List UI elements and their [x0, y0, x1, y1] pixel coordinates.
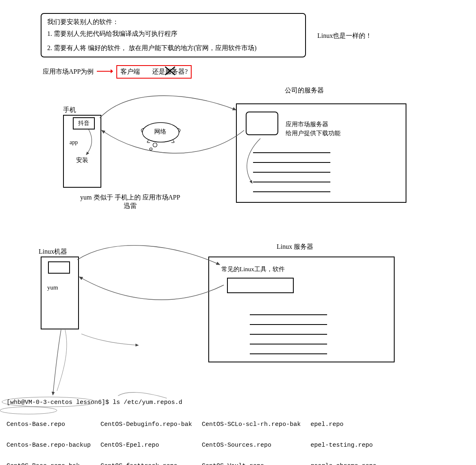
- phone-label: 手机: [63, 106, 76, 114]
- side-note: Linux也是一样的！: [317, 32, 372, 40]
- term-col2: CentOS-Debuginfo.repo-bak CentOS-Epel.re…: [100, 407, 192, 465]
- server-desc2: 给用户提供下载功能: [286, 129, 341, 137]
- client-text: 客户端: [120, 68, 140, 76]
- intro-title: 我们要安装别人的软件：: [47, 18, 299, 26]
- phone-box: 抖音 app 安装: [63, 115, 101, 188]
- linux-server-title: Linux 服务器: [277, 243, 313, 251]
- server-box-top: 应用市场服务器 给用户提供下载功能: [236, 103, 406, 203]
- example-row: 应用市场APP为例 客户端 还是服务器?: [43, 65, 192, 79]
- file: epel-testing.repo: [310, 442, 409, 449]
- file: CentOS-fasttrack.repo: [100, 463, 192, 465]
- file: Centos-Base.repo-backup: [7, 442, 91, 449]
- network-label: 网络: [154, 128, 166, 136]
- content-line: [253, 162, 330, 163]
- app-tile: 抖音: [73, 117, 95, 129]
- content-line: [253, 191, 330, 192]
- file: CentOS-Debuginfo.repo-bak: [100, 421, 192, 428]
- linux-client-box: yum: [41, 257, 79, 329]
- server-title-top: 公司的服务器: [285, 86, 324, 95]
- svg-point-6: [150, 148, 152, 150]
- linux-client-label: Linux机器: [39, 248, 67, 256]
- svg-point-5: [153, 143, 157, 147]
- footer-line2: 迅雷: [65, 202, 195, 211]
- linux-server-text: 常见的Linux工具，软件: [221, 265, 285, 273]
- file: CentOS-Sources.repo: [202, 442, 301, 449]
- install-text: 安装: [76, 156, 88, 164]
- cross-icon: [164, 66, 177, 77]
- file: Centos-Base.repo: [7, 421, 91, 428]
- intro-item1: 1. 需要别人先把代码给我编译成为可执行程序: [47, 30, 299, 38]
- network-cloud: 网络: [136, 118, 185, 152]
- linux-server-box: 常见的Linux工具，软件: [208, 257, 395, 362]
- or-server-text: 还是服务器?: [152, 68, 188, 76]
- example-label: 应用市场APP为例: [43, 68, 94, 76]
- intro-item2: 2. 需要有人将 编好的软件， 放在用户能下载的地方(官网，应用软件市场): [47, 44, 299, 53]
- file: CentOS-Base.repo_bak: [7, 463, 91, 465]
- arrow-right-icon: [97, 68, 113, 76]
- intro-box: 我们要安装别人的软件： 1. 需要别人先把代码给我编译成为可执行程序 2. 需要…: [41, 13, 306, 57]
- term-col1: Centos-Base.repo Centos-Base.repo-backup…: [7, 407, 91, 465]
- content-line: [250, 334, 327, 335]
- file: CentOS-SCLo-scl-rh.repo-bak: [202, 421, 301, 428]
- linux-app-tile: [48, 261, 70, 274]
- term-col4: epel.repo epel-testing.repo google-chrom…: [310, 407, 409, 465]
- svg-marker-1: [111, 69, 113, 73]
- linux-inner-box: [227, 278, 294, 293]
- server-inner-icon: [246, 112, 278, 135]
- content-line: [253, 182, 330, 182]
- yum-label: yum: [47, 284, 58, 291]
- file: CentOS-Vault.repo: [202, 463, 301, 465]
- content-line: [253, 172, 330, 173]
- content-line: [253, 152, 330, 153]
- server-desc1: 应用市场服务器: [286, 121, 328, 128]
- analogy-footer: yum 类似于 手机上的 应用市场APP 迅雷: [65, 193, 195, 211]
- app-text: app: [70, 139, 78, 146]
- red-question-box: 客户端 还是服务器?: [116, 65, 192, 79]
- file: google-chrome.repo: [310, 463, 409, 465]
- footer-line1: yum 类似于 手机上的 应用市场APP: [65, 193, 195, 202]
- content-line: [250, 353, 327, 354]
- file: epel.repo: [310, 421, 409, 428]
- terminal-output: Centos-Base.repo Centos-Base.repo-backup…: [7, 407, 409, 465]
- terminal-prompt: [whb@VM-0-3-centos lesson6]$ ls /etc/yum…: [7, 399, 182, 406]
- content-line: [250, 314, 327, 315]
- file: CentOS-Epel.repo: [100, 442, 192, 449]
- content-line: [250, 324, 327, 325]
- term-col3: CentOS-SCLo-scl-rh.repo-bak CentOS-Sourc…: [202, 407, 301, 465]
- content-line: [250, 344, 327, 344]
